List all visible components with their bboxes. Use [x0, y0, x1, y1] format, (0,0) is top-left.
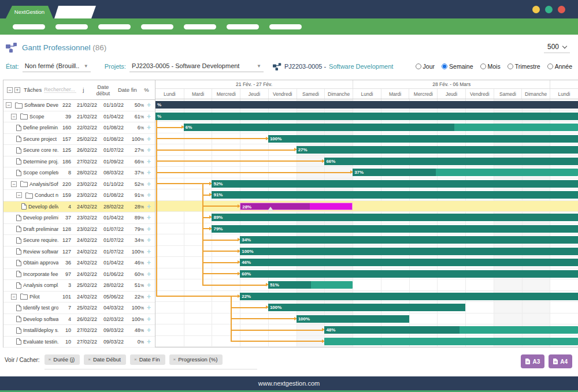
gantt-bar[interactable]: 100%	[268, 304, 465, 311]
nav-menu-item[interactable]	[55, 24, 88, 29]
table-row[interactable]: Analysis compl...325/02/2228/02/2251%+	[3, 280, 155, 292]
gantt-bar[interactable]: 91%	[212, 191, 578, 199]
gantt-bar[interactable]: %	[155, 101, 578, 109]
gantt-bar[interactable]: 28%	[240, 203, 353, 210]
table-row[interactable]: Develop delive...424/02/2228/02/2228%+	[3, 201, 155, 213]
collapse-toggle[interactable]: −	[6, 102, 12, 108]
view-radio-année[interactable]: Année	[547, 63, 572, 70]
gantt-row[interactable]: 46%	[155, 257, 578, 268]
projets-select[interactable]: PJ2203-0005 - Software Development ▼	[129, 61, 264, 72]
minimize-button[interactable]	[532, 6, 540, 13]
gantt-row[interactable]: 100%	[155, 313, 578, 325]
add-subtask-button[interactable]: +	[144, 259, 154, 267]
remove-chip-icon[interactable]: ×	[49, 357, 51, 362]
gantt-bar[interactable]: 89%	[212, 214, 578, 221]
gantt-row[interactable]: 60%	[155, 268, 578, 280]
table-row[interactable]: −Analysis/Softwa...22023/02/2201/10/2252…	[3, 179, 155, 191]
gantt-row[interactable]: 91%	[155, 189, 578, 201]
brand-tab[interactable]: NextGestion	[6, 6, 53, 18]
gantt-bar[interactable]: 27%	[297, 146, 578, 154]
gantt-bar[interactable]: 60%	[240, 270, 578, 278]
add-subtask-button[interactable]: +	[144, 326, 154, 334]
column-chip[interactable]: ×Durée (j)	[45, 354, 80, 365]
add-subtask-button[interactable]: +	[144, 101, 154, 109]
table-row[interactable]: Determine proj...18627/02/2201/09/2266%+	[3, 156, 155, 168]
column-chip[interactable]: ×Progression (%)	[169, 354, 223, 365]
project-name-link[interactable]: Software Development	[329, 63, 393, 70]
gantt-row[interactable]: 100%	[155, 133, 578, 145]
gantt-row[interactable]: 51%	[155, 279, 578, 291]
gantt-bar[interactable]: 100%	[268, 135, 578, 143]
collapse-toggle[interactable]: −	[11, 294, 17, 300]
gantt-row[interactable]: 34%	[155, 234, 578, 246]
column-chip[interactable]: ×Date Fin	[130, 354, 165, 365]
table-row[interactable]: Draft preliminar...12823/02/2201/07/2279…	[3, 224, 155, 236]
close-button[interactable]	[558, 6, 565, 13]
gantt-bar[interactable]: 100%	[297, 315, 409, 323]
gantt-row[interactable]: 22%	[155, 291, 578, 303]
add-subtask-button[interactable]: +	[144, 248, 154, 256]
page-size-select[interactable]: 500	[544, 42, 570, 53]
gantt-row[interactable]: 100%	[155, 302, 578, 313]
table-row[interactable]: Develop softwa...426/02/2202/03/22100%+	[3, 314, 155, 326]
progress-drag-marker[interactable]	[268, 207, 273, 211]
gantt-bar[interactable]: 34%	[240, 236, 578, 244]
table-row[interactable]: Install/deploy s...1027/02/2209/03/2248%…	[3, 325, 155, 337]
table-row[interactable]: Evaluate testin...1027/02/2209/03/220%+	[3, 337, 155, 348]
add-subtask-button[interactable]: +	[144, 225, 154, 233]
table-row[interactable]: −Scope3921/02/2201/04/2261%+	[3, 111, 155, 123]
table-row[interactable]: Secure project ...15725/02/2201/08/22100…	[3, 134, 155, 145]
gantt-row[interactable]: 89%	[155, 212, 578, 223]
table-row[interactable]: −Pilot10124/02/2205/06/2222%+	[3, 292, 155, 303]
nav-menu-item[interactable]	[98, 24, 131, 29]
export-a4-button[interactable]: A4	[549, 354, 572, 368]
view-radio-jour[interactable]: Jour	[416, 63, 435, 70]
add-subtask-button[interactable]: +	[144, 191, 154, 199]
table-row[interactable]: Incorporate fee...9724/02/2201/06/2260%+	[3, 269, 155, 281]
table-row[interactable]: Define prelimin...16022/02/2201/08/226%+	[3, 122, 155, 134]
add-subtask-button[interactable]: +	[144, 236, 154, 244]
gantt-row[interactable]: 79%	[155, 223, 578, 235]
gantt-row[interactable]: 48%	[155, 324, 578, 336]
gantt-bar[interactable]: 100%	[240, 248, 578, 255]
gantt-bar[interactable]: 6%	[184, 124, 578, 131]
add-subtask-button[interactable]: +	[144, 169, 154, 177]
add-subtask-button[interactable]: +	[144, 158, 154, 166]
add-subtask-button[interactable]: +	[144, 293, 154, 301]
view-radio-mois[interactable]: Mois	[480, 63, 501, 70]
gantt-bar[interactable]: 48%	[324, 326, 578, 334]
column-chip[interactable]: ×Date Début	[84, 354, 126, 365]
table-row[interactable]: Develop prelimi...3723/02/2201/04/2289%+	[3, 212, 155, 224]
gantt-bar[interactable]: 52%	[212, 180, 578, 188]
gantt-row[interactable]: 66%	[155, 156, 578, 167]
gantt-bar[interactable]: 66%	[324, 158, 578, 165]
add-subtask-button[interactable]: +	[144, 338, 154, 346]
table-row[interactable]: Scope complete828/02/2208/03/2237%+	[3, 167, 155, 179]
add-subtask-button[interactable]: +	[144, 214, 154, 222]
add-subtask-button[interactable]: +	[144, 304, 154, 312]
table-row[interactable]: Review softwar...12724/02/2201/07/22100%…	[3, 247, 155, 258]
gantt-row[interactable]: 6%	[155, 122, 578, 133]
gantt-row[interactable]: %	[155, 99, 578, 111]
collapse-toggle[interactable]: −	[11, 181, 17, 187]
gantt-row[interactable]: 37%	[155, 167, 578, 178]
nav-menu-item[interactable]	[184, 24, 216, 29]
gantt-bar[interactable]: 22%	[240, 293, 578, 300]
table-row[interactable]: −Conduct needs...15923/02/2201/08/2291%+	[3, 190, 155, 201]
gantt-row[interactable]: 100%	[155, 246, 578, 257]
nav-menu-item[interactable]	[269, 24, 302, 29]
collapse-toggle[interactable]: −	[16, 192, 22, 198]
gantt-row[interactable]: 52%	[155, 178, 578, 190]
nav-menu-item[interactable]	[141, 24, 173, 29]
add-subtask-button[interactable]: +	[144, 270, 154, 278]
view-radio-trimestre[interactable]: Trimestre	[507, 63, 540, 70]
gantt-row[interactable]: 28%	[155, 201, 578, 212]
table-row[interactable]: Secure require...12724/02/2201/07/2234%+	[3, 235, 155, 247]
add-subtask-button[interactable]: +	[144, 124, 154, 132]
export-a3-button[interactable]: A3	[521, 354, 544, 368]
table-row[interactable]: −Software Develo...22221/02/2201/10/2250…	[3, 100, 155, 111]
gantt-bar[interactable]: 51%	[268, 281, 353, 289]
remove-chip-icon[interactable]: ×	[173, 357, 176, 362]
table-row[interactable]: Obtain approva...3624/02/2201/04/2246%+	[3, 257, 155, 269]
search-input[interactable]	[44, 87, 76, 93]
